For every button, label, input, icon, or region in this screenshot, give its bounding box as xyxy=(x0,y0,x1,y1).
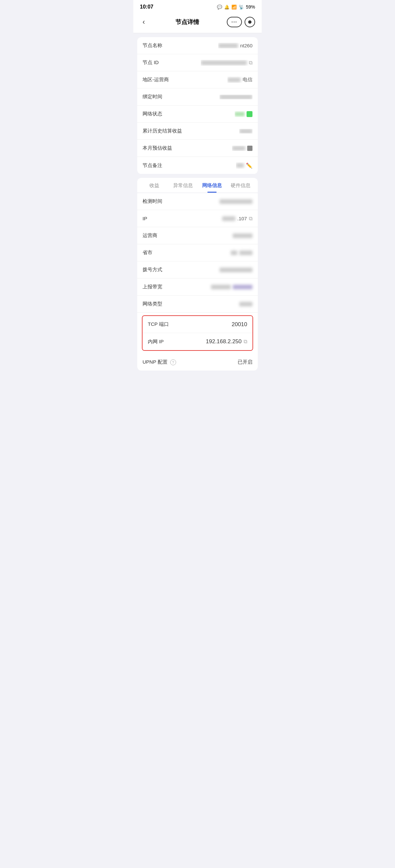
row-province: 省市 xyxy=(137,244,258,261)
value-province xyxy=(231,251,252,255)
blurred-isp xyxy=(233,234,252,238)
value-tcp-port: 20010 xyxy=(232,321,247,328)
label-network-status: 网络状态 xyxy=(143,111,162,117)
row-lan-ip: 内网 IP 192.168.2.250 ⧉ xyxy=(143,333,252,350)
notification-icon: 🔔 xyxy=(224,5,229,9)
back-button[interactable]: ‹ xyxy=(140,17,147,28)
more-button[interactable]: ··· xyxy=(227,17,242,27)
blurred-province-2 xyxy=(239,251,252,255)
status-bar: 10:07 💬 🔔 📶 📡 59% xyxy=(133,0,262,12)
tab-earnings[interactable]: 收益 xyxy=(140,178,169,193)
label-node-name: 节点名称 xyxy=(143,42,162,49)
tab-abnormal[interactable]: 异常信息 xyxy=(169,178,198,193)
info-row-region: 地区-运营商 电信 xyxy=(137,71,258,88)
blurred-value xyxy=(218,43,238,48)
row-upnp: UPNP 配置 ? 已开启 xyxy=(137,353,258,371)
signal-icon: 📡 xyxy=(238,5,244,9)
highlight-section: TCP 端口 20010 内网 IP 192.168.2.250 ⧉ xyxy=(137,314,258,352)
blurred-bandwidth-2 xyxy=(233,285,252,289)
copy-lan-ip-icon[interactable]: ⧉ xyxy=(244,339,247,345)
page-header: ‹ 节点详情 ··· xyxy=(133,12,262,33)
label-monthly-earnings: 本月预估收益 xyxy=(143,145,172,151)
info-row-name: 节点名称 nt260 xyxy=(137,37,258,54)
label-province: 省市 xyxy=(143,250,152,256)
label-tcp-port: TCP 端口 xyxy=(148,321,169,328)
value-bandwidth xyxy=(211,285,252,289)
blurred-bandwidth-1 xyxy=(211,285,231,289)
row-network-type: 网络类型 xyxy=(137,296,258,313)
value-bind-time xyxy=(220,95,252,99)
lan-ip-text: 192.168.2.250 xyxy=(206,338,242,345)
status-icons: 💬 🔔 📶 📡 59% xyxy=(217,4,255,9)
upnp-info-icon[interactable]: ? xyxy=(170,360,176,365)
blurred-bind-time xyxy=(220,95,252,99)
page-title: 节点详情 xyxy=(175,18,199,26)
row-isp: 运营商 xyxy=(137,227,258,244)
value-upnp: 已开启 xyxy=(238,359,252,365)
info-row-id: 节点 ID ⧉ xyxy=(137,54,258,71)
wechat-icon: 💬 xyxy=(217,5,222,9)
value-network-status xyxy=(235,111,252,117)
dots-icon: ··· xyxy=(231,20,237,25)
row-bandwidth: 上报带宽 xyxy=(137,278,258,296)
blurred-id xyxy=(201,61,247,65)
value-network-type xyxy=(239,302,252,306)
label-lan-ip: 内网 IP xyxy=(148,339,164,345)
label-bind-time: 绑定时间 xyxy=(143,94,162,100)
info-card: 节点名称 nt260 节点 ID ⧉ 地区-运营商 电信 绑定时间 网络状态 xyxy=(137,37,258,174)
battery-text: 59% xyxy=(246,4,255,9)
earnings-icon xyxy=(247,146,252,151)
blurred-monthly-earnings xyxy=(232,146,245,151)
copy-ip-icon[interactable]: ⧉ xyxy=(249,216,252,222)
info-row-network-status: 网络状态 xyxy=(137,105,258,123)
info-row-remark: 节点备注 ✏️ xyxy=(137,157,258,174)
row-detect-time: 检测时间 xyxy=(137,193,258,210)
info-row-bind-time: 绑定时间 xyxy=(137,88,258,105)
row-ip: IP .107 ⧉ xyxy=(137,210,258,227)
ip-suffix: .107 xyxy=(237,216,247,221)
blurred-dial-type xyxy=(220,268,252,272)
network-detail-card: 检测时间 IP .107 ⧉ 运营商 省市 拨号方式 上报带宽 xyxy=(137,193,258,371)
tcp-lan-highlight-box: TCP 端口 20010 内网 IP 192.168.2.250 ⧉ xyxy=(142,315,253,351)
copy-id-icon[interactable]: ⧉ xyxy=(249,60,252,66)
value-lan-ip: 192.168.2.250 ⧉ xyxy=(206,338,247,345)
label-isp: 运营商 xyxy=(143,232,157,239)
row-dial-type: 拨号方式 xyxy=(137,261,258,278)
edit-remark-icon[interactable]: ✏️ xyxy=(246,162,252,169)
value-dial-type xyxy=(220,268,252,272)
tabs-container: 收益 异常信息 网络信息 硬件信息 xyxy=(137,178,258,193)
value-monthly-earnings xyxy=(232,146,252,151)
status-time: 10:07 xyxy=(140,4,153,10)
label-dial-type: 拨号方式 xyxy=(143,267,162,273)
name-suffix: nt260 xyxy=(240,43,252,48)
value-detect-time xyxy=(220,199,252,204)
info-row-monthly-earnings: 本月预估收益 xyxy=(137,140,258,157)
target-button[interactable] xyxy=(245,17,255,27)
label-ip: IP xyxy=(143,216,147,221)
blurred-province-1 xyxy=(231,251,237,255)
label-total-earnings: 累计历史结算收益 xyxy=(143,128,182,134)
upnp-label-text: UPNP 配置 xyxy=(143,359,168,365)
label-network-type: 网络类型 xyxy=(143,301,162,307)
value-ip: .107 ⧉ xyxy=(222,216,252,222)
tab-network[interactable]: 网络信息 xyxy=(198,178,226,193)
wifi-icon: 📶 xyxy=(231,5,237,9)
label-node-id: 节点 ID xyxy=(143,60,159,66)
value-region: 电信 xyxy=(227,76,252,83)
blurred-network-type xyxy=(239,302,252,306)
header-actions: ··· xyxy=(227,17,255,27)
tab-hardware[interactable]: 硬件信息 xyxy=(226,178,255,193)
network-status-blur xyxy=(235,112,245,116)
row-tcp-port: TCP 端口 20010 xyxy=(143,316,252,333)
value-node-id: ⧉ xyxy=(201,60,252,66)
value-isp xyxy=(233,234,252,238)
tabs: 收益 异常信息 网络信息 硬件信息 xyxy=(137,178,258,193)
blurred-remark xyxy=(236,163,244,168)
label-remark: 节点备注 xyxy=(143,162,162,169)
blurred-region xyxy=(227,78,241,82)
blurred-detect-time xyxy=(220,199,252,204)
value-total-earnings xyxy=(239,129,252,133)
blurred-ip xyxy=(222,216,235,221)
label-detect-time: 检测时间 xyxy=(143,198,162,205)
info-row-total-earnings: 累计历史结算收益 xyxy=(137,123,258,140)
